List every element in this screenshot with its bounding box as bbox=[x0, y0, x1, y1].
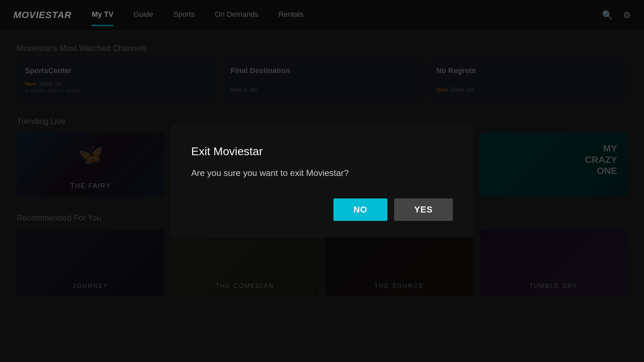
exit-modal: Exit Moviestar Are you sure you want to … bbox=[171, 125, 473, 238]
modal-buttons: NO YES bbox=[191, 198, 453, 221]
modal-title: Exit Moviestar bbox=[191, 145, 453, 158]
yes-button[interactable]: YES bbox=[394, 198, 453, 221]
modal-overlay: Exit Moviestar Are you sure you want to … bbox=[0, 0, 644, 362]
no-button[interactable]: NO bbox=[333, 198, 387, 221]
modal-message: Are you sure you want to exit Moviestar? bbox=[191, 168, 453, 178]
